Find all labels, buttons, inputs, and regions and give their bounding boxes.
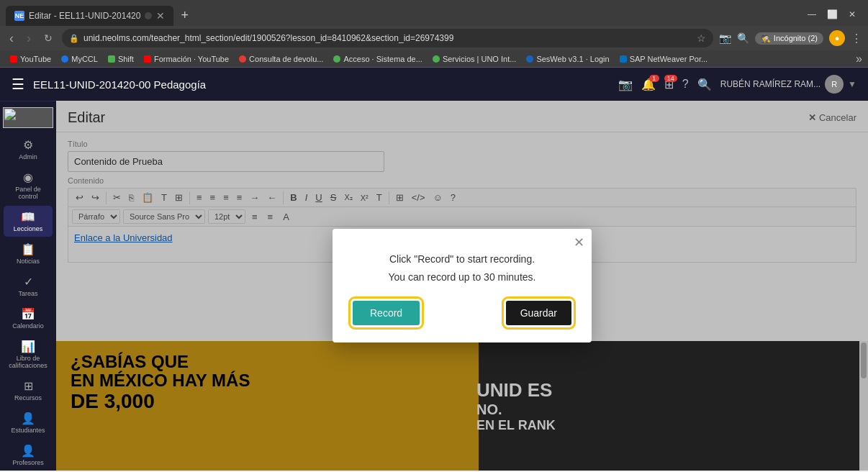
sidebar-item-panel[interactable]: ◉ Panel de control xyxy=(4,166,53,204)
bookmark-servicios[interactable]: Servicios | UNO Int... xyxy=(428,53,521,65)
sidebar-item-noticias[interactable]: 📋 Noticias xyxy=(4,238,53,269)
user-name: RUBÉN RAMÍREZ RAM... xyxy=(720,79,820,89)
win-controls: — ⬜ ✕ xyxy=(802,6,862,26)
new-tab-button[interactable]: + xyxy=(176,8,193,26)
profile-avatar-browser[interactable]: ● xyxy=(829,30,845,46)
reload-button[interactable]: ↻ xyxy=(40,31,56,45)
bookmark-consulta[interactable]: Consulta de devolu... xyxy=(235,53,327,65)
lms-topbar: ☰ EEL11-UNID-201420-00 Pedagogía 📷 🔔 1 ⊞… xyxy=(0,68,868,101)
calificaciones-icon: 📊 xyxy=(21,340,35,353)
admin-label: Admin xyxy=(19,153,37,160)
address-text: unid.neolms.com/teacher_html_section/edi… xyxy=(83,33,692,43)
tareas-icon: ✓ xyxy=(24,275,33,289)
close-button[interactable]: ✕ xyxy=(842,6,862,23)
guardar-button[interactable]: Guardar xyxy=(506,301,571,325)
profesores-label: Profesores xyxy=(12,459,44,466)
search-topbar-btn[interactable]: 🔍 xyxy=(697,78,712,91)
incognito-icon: 🕵 xyxy=(761,34,771,43)
estudiantes-label: Estudiantes xyxy=(11,427,45,434)
tab-favicon: NE xyxy=(14,11,24,21)
camera-topbar-icon[interactable]: 📷 xyxy=(618,78,633,91)
calendario-icon: 📅 xyxy=(21,307,35,321)
dialog-close-btn[interactable]: ✕ xyxy=(574,235,584,250)
lecciones-label: Lecciones xyxy=(14,225,43,232)
recursos-icon: ⊞ xyxy=(24,379,33,393)
bookmark-sap[interactable]: SAP NetWeaver Por... xyxy=(615,53,712,65)
calendario-label: Calendario xyxy=(12,322,44,330)
sidebar-item-admin[interactable]: ⚙ Admin xyxy=(4,134,53,165)
noticias-label: Noticias xyxy=(17,258,40,265)
address-bar[interactable]: 🔒 unid.neolms.com/teacher_html_section/e… xyxy=(62,29,713,47)
dialog-overlay: ✕ Click "Record" to start recording. You… xyxy=(56,101,868,471)
star-icon[interactable]: ☆ xyxy=(697,32,706,44)
back-button[interactable]: ‹ xyxy=(6,30,17,47)
tab-close-icon[interactable]: ✕ xyxy=(156,10,165,22)
dialog-instruction-line1: Click "Record" to start recording. xyxy=(353,250,571,268)
incognito-label: Incógnito (2) xyxy=(774,34,818,42)
bookmarks-more[interactable]: » xyxy=(856,53,862,65)
noticias-icon: 📋 xyxy=(21,242,35,256)
main-content: Editar ✕ Cancelar Título Contenido ↩ ↪ xyxy=(56,101,868,471)
sidebar-item-calendario[interactable]: 📅 Calendario xyxy=(4,303,53,334)
maximize-button[interactable]: ⬜ xyxy=(822,6,842,23)
bookmark-formacion[interactable]: Formación · YouTube xyxy=(140,53,233,65)
lecciones-icon: 📖 xyxy=(21,210,35,224)
user-avatar: R xyxy=(825,75,844,94)
dialog-content: Click "Record" to start recording. You c… xyxy=(333,229,592,301)
messages-badge: 14 xyxy=(664,75,677,82)
bookmark-acceso[interactable]: Acceso · Sistema de... xyxy=(329,53,426,65)
profesores-icon: 👤 xyxy=(21,444,35,458)
menu-button[interactable]: ⋮ xyxy=(851,32,862,45)
tab-title: Editar - EEL11-UNID-201420 xyxy=(29,11,140,21)
sidebar: ⚙ Admin ◉ Panel de control 📖 Lecciones 📋… xyxy=(0,101,56,471)
user-area[interactable]: RUBÉN RAMÍREZ RAM... R ▼ xyxy=(720,75,856,94)
search-icon[interactable]: 🔍 xyxy=(737,32,749,44)
tareas-label: Tareas xyxy=(18,290,37,297)
lms-title: EEL11-UNID-201420-00 Pedagogía xyxy=(33,78,610,91)
sidebar-item-profesores[interactable]: 👤 Profesores xyxy=(4,440,53,471)
sidebar-item-thumbnail xyxy=(3,107,53,128)
browser-title-bar: NE Editar - EEL11-UNID-201420 ✕ + — ⬜ ✕ xyxy=(0,0,868,26)
camera-icon[interactable]: 📷 xyxy=(719,32,731,44)
tab-favicon2 xyxy=(145,12,152,19)
dialog-box: ✕ Click "Record" to start recording. You… xyxy=(333,229,592,342)
dialog-instruction-line2: You can record up to 30 minutes. xyxy=(353,268,571,286)
record-button[interactable]: Record xyxy=(353,301,420,325)
sidebar-item-calificaciones[interactable]: 📊 Libro de calificaciones xyxy=(4,335,53,373)
minimize-button[interactable]: — xyxy=(802,6,822,23)
panel-icon: ◉ xyxy=(23,171,33,184)
bookmark-shift[interactable]: Shift xyxy=(104,53,138,65)
recursos-label: Recursos xyxy=(14,394,42,401)
estudiantes-icon: 👤 xyxy=(21,412,35,425)
bookmark-sesweb[interactable]: SesWeb v3.1 · Login xyxy=(522,53,613,65)
lock-icon: 🔒 xyxy=(69,34,79,43)
notification-badge: 1 xyxy=(649,75,659,82)
sidebar-item-lecciones[interactable]: 📖 Lecciones xyxy=(4,206,53,237)
calificaciones-label: Libro de calificaciones xyxy=(6,355,50,369)
dialog-actions: Record Guardar xyxy=(333,301,592,342)
sidebar-item-tareas[interactable]: ✓ Tareas xyxy=(4,271,53,301)
editor-container: Editar ✕ Cancelar Título Contenido ↩ ↪ xyxy=(56,101,868,471)
sidebar-item-estudiantes[interactable]: 👤 Estudiantes xyxy=(4,407,53,438)
messages-btn[interactable]: ⊞ 14 xyxy=(664,78,674,91)
admin-icon: ⚙ xyxy=(23,138,33,152)
app-body: ⚙ Admin ◉ Panel de control 📖 Lecciones 📋… xyxy=(0,101,868,471)
bookmarks-bar: YouTube MyCCL Shift Formación · YouTube … xyxy=(0,50,868,68)
sidebar-item-recursos[interactable]: ⊞ Recursos xyxy=(4,375,53,406)
hamburger-menu[interactable]: ☰ xyxy=(12,76,24,93)
panel-label: Panel de control xyxy=(6,186,50,200)
user-chevron-icon: ▼ xyxy=(848,79,856,89)
incognito-badge: 🕵 Incógnito (2) xyxy=(755,32,823,45)
bookmark-myccl[interactable]: MyCCL xyxy=(57,53,102,65)
help-icon[interactable]: ? xyxy=(682,78,689,91)
forward-button[interactable]: › xyxy=(23,30,35,47)
notification-bell-btn[interactable]: 🔔 1 xyxy=(641,78,656,91)
address-bar-row: ‹ › ↻ 🔒 unid.neolms.com/teacher_html_sec… xyxy=(0,26,868,50)
browser-tab[interactable]: NE Editar - EEL11-UNID-201420 ✕ xyxy=(6,6,173,26)
bookmark-youtube[interactable]: YouTube xyxy=(6,53,55,65)
topbar-icons: 📷 🔔 1 ⊞ 14 ? 🔍 RUBÉN RAMÍREZ RAM... R ▼ xyxy=(618,75,856,94)
